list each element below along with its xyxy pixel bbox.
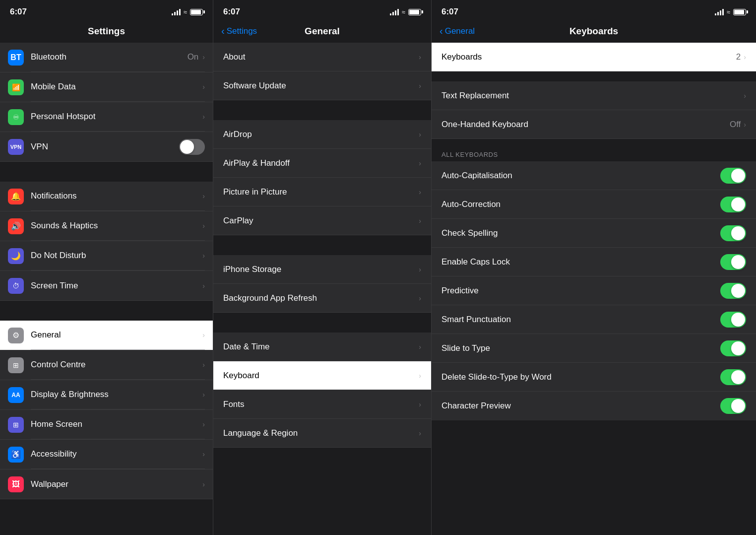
keyboards-row-auto-capitalisation[interactable]: Auto-Capitalisation [432,161,756,190]
slide-to-type-right [720,340,746,356]
dnd-icon: 🌙 [11,251,21,261]
delete-slide-toggle[interactable] [720,369,746,385]
general-row-iphone-storage[interactable]: iPhone Storage › [213,255,431,284]
general-row-software-update[interactable]: Software Update › [213,71,431,100]
airdrop-label: AirDrop [223,130,418,139]
bluetooth-right: On › [188,52,205,62]
smart-punctuation-toggle[interactable] [720,312,746,328]
battery-icon-3 [733,9,746,15]
display-icon-wrap: AA [8,387,24,403]
settings-row-notifications[interactable]: 🔔 Notifications › [0,182,213,211]
keyboard-right: › [418,372,421,380]
vpn-label: VPN [31,142,48,152]
all-keyboards-header: ALL KEYBOARDS [432,147,756,161]
general-row-about[interactable]: About › [213,43,431,71]
settings-row-sounds[interactable]: 🔊 Sounds & Haptics › [0,211,213,241]
general-row-fonts[interactable]: Fonts › [213,390,431,419]
home-screen-icon-wrap: ⊞ [8,417,24,433]
settings-row-bluetooth[interactable]: BT Bluetooth On › [0,43,213,72]
display-right: › [201,391,205,399]
settings-row-display[interactable]: AA Display & Brightness › [0,380,213,410]
keyboards-row-delete-slide[interactable]: Delete Slide-to-Type by Word [432,363,756,392]
keyboards-row-character-preview[interactable]: Character Preview [432,392,756,420]
settings-row-control-centre[interactable]: ⊞ Control Centre › [0,350,213,380]
settings-row-mobile-data[interactable]: 📶 Mobile Data › [0,72,213,102]
keyboards-sep-1 [432,71,756,81]
text-replacement-right: › [743,92,746,100]
keyboards-row-one-handed[interactable]: One-Handed Keyboard Off › [432,110,756,139]
settings-row-screen-time[interactable]: ⏱ Screen Time › [0,271,213,301]
display-icon: AA [11,392,20,399]
keyboards-row-enable-caps-lock[interactable]: Enable Caps Lock [432,248,756,276]
general-group-2: AirDrop › AirPlay & Handoff › Picture in… [213,120,431,235]
screen-time-chevron: › [202,282,205,290]
general-right: › [201,331,205,339]
screen-time-label: Screen Time [31,281,78,291]
pip-label: Picture in Picture [223,187,418,197]
keyboards-back-button[interactable]: ‹ General [440,26,475,37]
airdrop-right: › [418,131,421,138]
general-row-language-region[interactable]: Language & Region › [213,419,431,448]
carplay-label: CarPlay [223,216,418,226]
iphone-storage-chevron: › [419,266,421,273]
general-back-button[interactable]: ‹ Settings [221,26,257,37]
group-sep-1 [0,162,213,182]
display-label: Display & Brightness [31,390,109,400]
general-row-carplay[interactable]: CarPlay › [213,206,431,235]
accessibility-label: Accessibility [31,449,77,459]
auto-correction-toggle[interactable] [720,197,746,212]
keyboards-row-predictive[interactable]: Predictive [432,276,756,305]
keyboards-row-smart-punctuation[interactable]: Smart Punctuation [432,305,756,334]
keyboards-row-slide-to-type[interactable]: Slide to Type [432,334,756,363]
settings-row-general[interactable]: ⚙ General › [0,321,213,350]
general-group-sep-2 [213,235,431,255]
general-row-pip[interactable]: Picture in Picture › [213,178,431,206]
predictive-toggle[interactable] [720,283,746,299]
airplay-label: AirPlay & Handoff [223,158,418,168]
smart-punctuation-right [720,312,746,328]
settings-row-dnd[interactable]: 🌙 Do Not Disturb › [0,241,213,271]
battery-icon-2 [408,9,421,15]
auto-correction-label: Auto-Correction [441,200,720,209]
general-icon: ⚙ [12,331,19,340]
date-time-right: › [418,343,421,351]
fonts-label: Fonts [223,400,418,409]
text-replacement-label: Text Replacement [441,91,743,101]
slide-to-type-label: Slide to Type [441,343,720,353]
settings-row-accessibility[interactable]: ♿ Accessibility › [0,440,213,469]
keyboards-row-check-spelling[interactable]: Check Spelling [432,219,756,248]
mobile-data-icon: 📶 [12,83,20,91]
slide-to-type-toggle[interactable] [720,340,746,356]
hotspot-right: › [201,113,205,121]
character-preview-toggle[interactable] [720,398,746,414]
auto-capitalisation-label: Auto-Capitalisation [441,171,720,181]
general-row-date-time[interactable]: Date & Time › [213,333,431,361]
mobile-data-icon-wrap: 📶 [8,79,24,95]
predictive-right [720,283,746,299]
keyboards-back-label: General [445,26,475,36]
keyboards-row[interactable]: Keyboards 2 › [432,43,756,71]
sounds-icon-wrap: 🔊 [8,218,24,234]
mobile-data-chevron: › [202,83,205,91]
check-spelling-toggle[interactable] [720,225,746,241]
settings-row-vpn[interactable]: VPN VPN [0,132,213,162]
airdrop-chevron: › [419,131,421,138]
general-group-4: Date & Time › Keyboard › Fonts › Languag… [213,333,431,448]
general-row-airdrop[interactable]: AirDrop › [213,120,431,149]
general-row-airplay[interactable]: AirPlay & Handoff › [213,149,431,178]
vpn-toggle[interactable] [179,139,205,155]
about-label: About [223,52,418,62]
keyboards-row-auto-correction[interactable]: Auto-Correction [432,190,756,219]
pip-right: › [418,188,421,196]
general-row-background-app[interactable]: Background App Refresh › [213,284,431,313]
settings-row-wallpaper[interactable]: 🖼 Wallpaper › [0,469,213,499]
status-time-2: 6:07 [223,7,240,17]
auto-capitalisation-toggle[interactable] [720,168,746,184]
settings-row-home-screen[interactable]: ⊞ Home Screen › [0,410,213,440]
keyboards-row-text-replacement[interactable]: Text Replacement › [432,81,756,110]
screen-time-icon-wrap: ⏱ [8,278,24,294]
enable-caps-lock-toggle[interactable] [720,254,746,270]
settings-row-personal-hotspot[interactable]: ♾ Personal Hotspot › [0,102,213,132]
general-row-keyboard[interactable]: Keyboard › [213,361,431,390]
general-group-sep-1 [213,100,431,120]
